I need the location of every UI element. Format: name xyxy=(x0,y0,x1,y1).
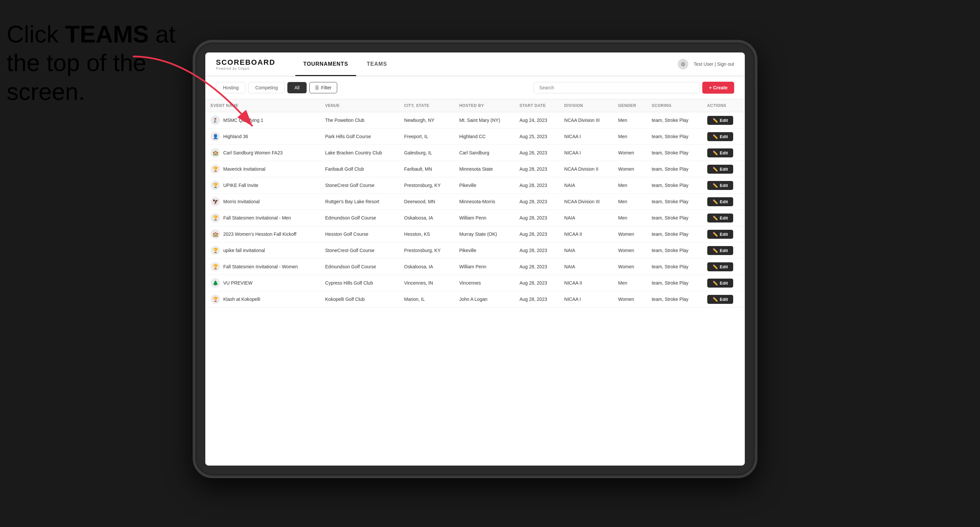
cell-venue: Hesston Golf Course xyxy=(320,226,399,243)
col-gender: GENDER xyxy=(613,99,646,112)
nav-tabs: TOURNAMENTS TEAMS xyxy=(295,52,395,76)
cell-division: NAIA xyxy=(559,210,613,226)
cell-hosted: Carl Sandburg xyxy=(454,145,514,161)
cell-actions: ✏️ Edit xyxy=(702,129,745,145)
cell-city: Oskaloosa, IA xyxy=(399,259,454,275)
settings-icon[interactable]: ⚙ xyxy=(678,59,688,70)
cell-date: Aug 28, 2023 xyxy=(514,259,559,275)
cell-scoring: team, Stroke Play xyxy=(646,243,702,259)
cell-scoring: team, Stroke Play xyxy=(646,177,702,194)
event-icon: 🏫 xyxy=(211,148,220,157)
app-header: SCOREBOARD Powered by Clippit TOURNAMENT… xyxy=(205,52,745,76)
cell-date: Aug 28, 2023 xyxy=(514,210,559,226)
event-name-text: Fall Statesmen Invitational - Women xyxy=(223,264,298,269)
cell-event-name: 👤 Highland 36 xyxy=(205,129,320,145)
edit-label: Edit xyxy=(720,216,728,221)
cell-date: Aug 28, 2023 xyxy=(514,275,559,291)
edit-button[interactable]: ✏️ Edit xyxy=(707,197,733,206)
tablet-frame: SCOREBOARD Powered by Clippit TOURNAMENT… xyxy=(192,40,757,478)
cell-date: Aug 28, 2023 xyxy=(514,243,559,259)
edit-icon: ✏️ xyxy=(713,216,718,221)
cell-date: Aug 28, 2023 xyxy=(514,226,559,243)
edit-button[interactable]: ✏️ Edit xyxy=(707,181,733,190)
logo-subtitle: Powered by Clippit xyxy=(216,67,275,70)
hosting-filter-btn[interactable]: Hosting xyxy=(216,82,245,93)
event-icon: 🏆 xyxy=(211,262,220,271)
search-input[interactable] xyxy=(533,82,700,93)
cell-division: NICAA II xyxy=(559,226,613,243)
cell-actions: ✏️ Edit xyxy=(702,243,745,259)
cell-venue: Lake Bracken Country Club xyxy=(320,145,399,161)
table-row: 🏆 Klash at Kokopelli Kokopelli Golf Club… xyxy=(205,291,745,308)
cell-division: NAIA xyxy=(559,259,613,275)
cell-date: Aug 28, 2023 xyxy=(514,177,559,194)
edit-button[interactable]: ✏️ Edit xyxy=(707,279,733,287)
edit-icon: ✏️ xyxy=(713,281,718,286)
tablet-screen: SCOREBOARD Powered by Clippit TOURNAMENT… xyxy=(205,52,745,465)
cell-city: Oskaloosa, IA xyxy=(399,210,454,226)
cell-actions: ✏️ Edit xyxy=(702,275,745,291)
nav-tab-tournaments[interactable]: TOURNAMENTS xyxy=(295,53,356,76)
edit-icon: ✏️ xyxy=(713,118,718,123)
cell-city: Hesston, KS xyxy=(399,226,454,243)
event-name-text: VU PREVIEW xyxy=(223,280,253,286)
event-name-text: upike fall invitational xyxy=(223,248,265,253)
edit-label: Edit xyxy=(720,264,728,269)
cell-hosted: William Penn xyxy=(454,259,514,275)
edit-icon: ✏️ xyxy=(713,264,718,269)
competing-filter-btn[interactable]: Competing xyxy=(248,82,285,93)
table-body: 🏌 MSMC Qualifying 1 The Powelton Club Ne… xyxy=(205,112,745,308)
cell-hosted: Highland CC xyxy=(454,129,514,145)
table-row: 🏆 upike fall invitational StoneCrest Gol… xyxy=(205,243,745,259)
edit-label: Edit xyxy=(720,297,728,302)
edit-label: Edit xyxy=(720,151,728,156)
cell-hosted: Vincennes xyxy=(454,275,514,291)
all-filter-btn[interactable]: All xyxy=(287,82,307,93)
edit-button[interactable]: ✏️ Edit xyxy=(707,165,733,174)
table-row: 🏆 Fall Statesmen Invitational - Men Edmu… xyxy=(205,210,745,226)
edit-button[interactable]: ✏️ Edit xyxy=(707,262,733,271)
edit-icon: ✏️ xyxy=(713,199,718,204)
cell-division: NAIA xyxy=(559,177,613,194)
cell-gender: Women xyxy=(613,243,646,259)
cell-event-name: 🏆 Fall Statesmen Invitational - Men xyxy=(205,210,320,226)
edit-button[interactable]: ✏️ Edit xyxy=(707,148,733,157)
cell-scoring: team, Stroke Play xyxy=(646,145,702,161)
nav-tab-teams[interactable]: TEAMS xyxy=(359,53,395,76)
cell-division: NCAA Division II xyxy=(559,161,613,177)
cell-actions: ✏️ Edit xyxy=(702,226,745,243)
cell-venue: Edmundson Golf Course xyxy=(320,210,399,226)
edit-label: Edit xyxy=(720,183,728,188)
search-bar xyxy=(533,82,700,93)
edit-label: Edit xyxy=(720,134,728,139)
tournaments-table: EVENT NAME VENUE CITY, STATE HOSTED BY S… xyxy=(205,99,745,308)
edit-button[interactable]: ✏️ Edit xyxy=(707,295,733,304)
cell-scoring: team, Stroke Play xyxy=(646,129,702,145)
cell-date: Aug 28, 2023 xyxy=(514,161,559,177)
cell-hosted: John A Logan xyxy=(454,291,514,308)
edit-button[interactable]: ✏️ Edit xyxy=(707,116,733,125)
col-division: DIVISION xyxy=(559,99,613,112)
cell-gender: Women xyxy=(613,226,646,243)
cell-hosted: Pikeville xyxy=(454,177,514,194)
edit-button[interactable]: ✏️ Edit xyxy=(707,132,733,141)
edit-icon: ✏️ xyxy=(713,183,718,188)
cell-scoring: team, Stroke Play xyxy=(646,275,702,291)
cell-event-name: 🏆 Fall Statesmen Invitational - Women xyxy=(205,259,320,275)
edit-label: Edit xyxy=(720,248,728,253)
edit-button[interactable]: ✏️ Edit xyxy=(707,230,733,239)
edit-button[interactable]: ✏️ Edit xyxy=(707,246,733,255)
table-row: 🏫 2023 Women's Hesston Fall Kickoff Hess… xyxy=(205,226,745,243)
cell-scoring: team, Stroke Play xyxy=(646,291,702,308)
create-button[interactable]: + Create xyxy=(702,82,734,94)
cell-gender: Women xyxy=(613,259,646,275)
filter-btn[interactable]: ☰ Filter xyxy=(309,82,337,93)
cell-event-name: 🏫 Carl Sandburg Women FA23 xyxy=(205,145,320,161)
cell-actions: ✏️ Edit xyxy=(702,112,745,129)
edit-button[interactable]: ✏️ Edit xyxy=(707,214,733,222)
cell-city: Freeport, IL xyxy=(399,129,454,145)
filter-bar: Hosting Competing All ☰ Filter + Create xyxy=(205,76,745,99)
col-event-name: EVENT NAME xyxy=(205,99,320,112)
cell-division: NAIA xyxy=(559,243,613,259)
cell-gender: Men xyxy=(613,129,646,145)
